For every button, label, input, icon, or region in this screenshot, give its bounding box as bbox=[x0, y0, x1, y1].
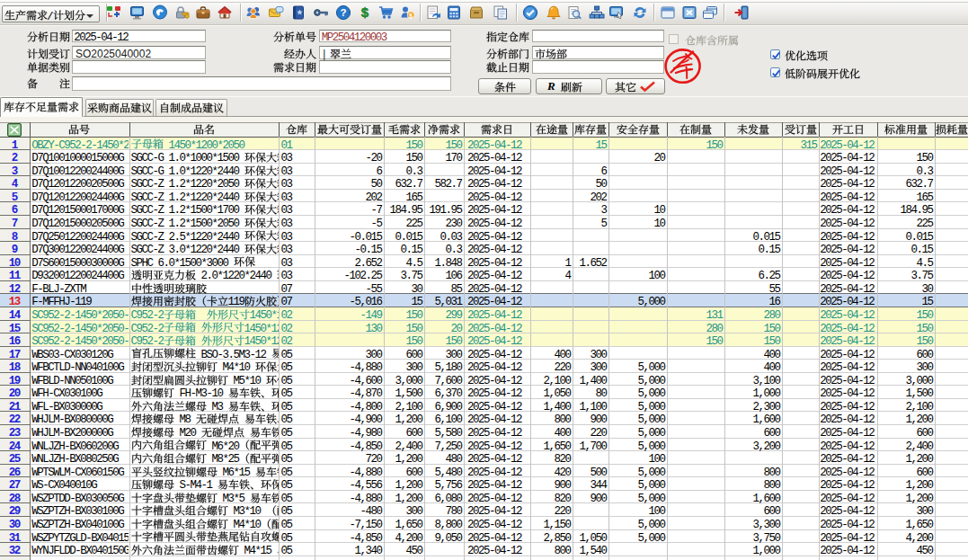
svg-text:$: $ bbox=[360, 4, 369, 20]
svg-text:?: ? bbox=[340, 7, 346, 18]
